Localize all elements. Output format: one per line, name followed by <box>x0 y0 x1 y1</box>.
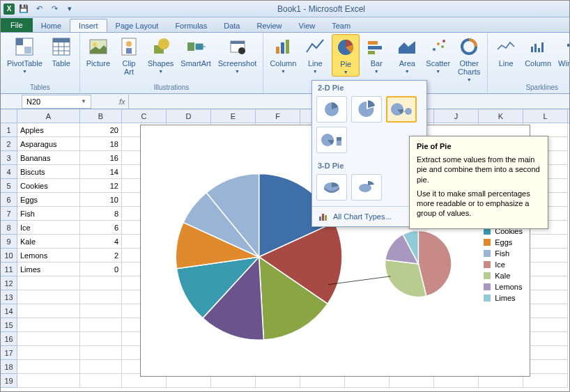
cell-B4[interactable]: 14 <box>80 165 122 179</box>
cell-B2[interactable]: 18 <box>80 137 122 151</box>
row-header-3[interactable]: 3 <box>1 151 17 165</box>
name-box-dropdown[interactable]: ▼ <box>81 98 86 104</box>
pie-option-bar-of-pie[interactable] <box>316 127 347 153</box>
redo-button[interactable]: ↷ <box>48 3 61 15</box>
row-header-12[interactable]: 12 <box>1 276 17 290</box>
scatter-chart-button[interactable]: Scatter▼ <box>424 34 452 75</box>
tab-view[interactable]: View <box>291 19 324 32</box>
cell-B16[interactable] <box>80 332 122 346</box>
row-header-18[interactable]: 18 <box>1 360 17 374</box>
cell-B13[interactable] <box>80 290 122 304</box>
row-header-19[interactable]: 19 <box>1 374 17 388</box>
smartart-button[interactable]: SmartArt <box>178 34 213 69</box>
tab-formulas[interactable]: Formulas <box>167 19 215 32</box>
cell-A8[interactable]: Ice <box>17 221 80 235</box>
row-header-6[interactable]: 6 <box>1 193 17 207</box>
pie-option-3d-exploded[interactable] <box>351 174 382 201</box>
fx-label[interactable]: fx <box>119 97 125 106</box>
column-header-D[interactable]: D <box>167 109 211 123</box>
other-charts-button[interactable]: OtherCharts▼ <box>455 34 483 84</box>
pie-option-3d-pie[interactable] <box>316 174 347 201</box>
pivottable-button[interactable]: PivotTable▼ <box>5 34 45 75</box>
column-header-K[interactable]: K <box>479 109 523 123</box>
cell-A14[interactable] <box>17 304 80 318</box>
cell-A1[interactable]: Apples <box>17 123 80 137</box>
cell-B9[interactable]: 4 <box>80 235 122 249</box>
name-box[interactable]: N20 ▼ <box>22 95 91 109</box>
row-header-13[interactable]: 13 <box>1 290 17 304</box>
cell-A3[interactable]: Bananas <box>17 151 80 165</box>
tab-data[interactable]: Data <box>215 19 248 32</box>
row-header-4[interactable]: 4 <box>1 165 17 179</box>
cell-B6[interactable]: 10 <box>80 193 122 207</box>
tab-home[interactable]: Home <box>33 19 70 32</box>
pie-option-pie[interactable] <box>316 96 347 123</box>
cell-B18[interactable] <box>80 360 122 374</box>
column-header-L[interactable]: L <box>523 109 568 123</box>
row-header-1[interactable]: 1 <box>1 123 17 137</box>
column-header-A[interactable]: A <box>17 109 80 123</box>
line-chart-button[interactable]: Line▼ <box>301 34 329 75</box>
column-header-B[interactable]: B <box>80 109 122 123</box>
pie-option-pie-of-pie[interactable] <box>386 96 417 123</box>
column-header-F[interactable]: F <box>256 109 300 123</box>
area-chart-button[interactable]: Area▼ <box>393 34 421 75</box>
row-header-9[interactable]: 9 <box>1 235 17 249</box>
picture-button[interactable]: Picture <box>84 34 112 69</box>
row-header-7[interactable]: 7 <box>1 207 17 221</box>
tab-file[interactable]: File <box>1 18 33 32</box>
cell-A19[interactable] <box>17 374 80 388</box>
row-header-11[interactable]: 11 <box>1 262 17 276</box>
cell-A2[interactable]: Asparagus <box>17 137 80 151</box>
cell-B14[interactable] <box>80 304 122 318</box>
column-chart-button[interactable]: Column▼ <box>268 34 298 75</box>
column-header-C[interactable]: C <box>122 109 167 123</box>
cell-B8[interactable]: 6 <box>80 221 122 235</box>
tab-review[interactable]: Review <box>248 19 290 32</box>
row-header-8[interactable]: 8 <box>1 221 17 235</box>
shapes-button[interactable]: Shapes▼ <box>146 34 176 75</box>
table-button[interactable]: Table <box>47 34 75 69</box>
sparkline-column-button[interactable]: Column <box>523 34 553 69</box>
cell-A10[interactable]: Lemons <box>17 249 80 262</box>
bar-chart-button[interactable]: Bar▼ <box>362 34 390 75</box>
cell-B17[interactable] <box>80 346 122 360</box>
cell-A13[interactable] <box>17 290 80 304</box>
cell-B1[interactable]: 20 <box>80 123 122 137</box>
cell-B11[interactable]: 0 <box>80 262 122 276</box>
row-header-17[interactable]: 17 <box>1 346 17 360</box>
cell-A18[interactable] <box>17 360 80 374</box>
cell-A12[interactable] <box>17 276 80 290</box>
clipart-button[interactable]: ClipArt <box>115 34 143 77</box>
sparkline-winloss-button[interactable]: Win/Loss <box>556 34 570 69</box>
qat-customize[interactable]: ▾ <box>63 3 76 15</box>
tab-team[interactable]: Team <box>323 19 359 32</box>
cell-A17[interactable] <box>17 346 80 360</box>
cell-B7[interactable]: 8 <box>80 207 122 221</box>
cell-B19[interactable] <box>80 374 122 388</box>
pie-option-exploded[interactable] <box>351 96 382 123</box>
screenshot-button[interactable]: Screenshot▼ <box>216 34 259 75</box>
row-header-10[interactable]: 10 <box>1 249 17 262</box>
cell-A6[interactable]: Eggs <box>17 193 80 207</box>
row-header-2[interactable]: 2 <box>1 137 17 151</box>
cell-A5[interactable]: Cookies <box>17 179 80 193</box>
row-header-5[interactable]: 5 <box>1 179 17 193</box>
row-header-16[interactable]: 16 <box>1 332 17 346</box>
cell-A4[interactable]: Biscuts <box>17 165 80 179</box>
cell-A15[interactable] <box>17 318 80 332</box>
cell-B10[interactable]: 2 <box>80 249 122 262</box>
cell-B12[interactable] <box>80 276 122 290</box>
column-header-E[interactable]: E <box>211 109 256 123</box>
column-header-J[interactable]: J <box>434 109 479 123</box>
tab-insert[interactable]: Insert <box>70 19 107 32</box>
cell-B15[interactable] <box>80 318 122 332</box>
cell-B5[interactable]: 12 <box>80 179 122 193</box>
cell-A11[interactable]: Limes <box>17 262 80 276</box>
cell-A16[interactable] <box>17 332 80 346</box>
row-header-15[interactable]: 15 <box>1 318 17 332</box>
row-header-14[interactable]: 14 <box>1 304 17 318</box>
sparkline-line-button[interactable]: Line <box>492 34 520 69</box>
tab-page-layout[interactable]: Page Layout <box>107 19 167 32</box>
cell-B3[interactable]: 16 <box>80 151 122 165</box>
